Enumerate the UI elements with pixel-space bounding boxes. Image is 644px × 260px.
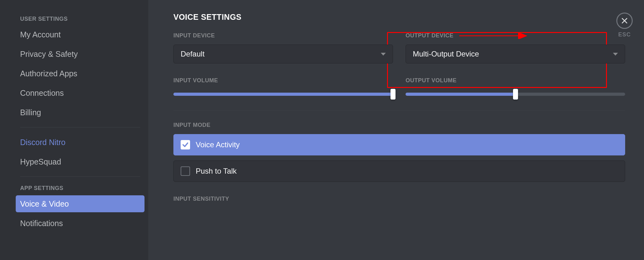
- checkbox-icon: [181, 166, 190, 176]
- sidebar-item-connections[interactable]: Connections: [16, 84, 145, 101]
- sidebar-item-authorized-apps[interactable]: Authorized Apps: [16, 65, 145, 82]
- input-mode-label: INPUT MODE: [173, 122, 625, 128]
- output-device-select[interactable]: Multi-Output Device: [406, 45, 625, 63]
- input-device-value: Default: [181, 50, 205, 58]
- section-divider: [173, 110, 625, 111]
- chevron-down-icon: [613, 53, 618, 56]
- sidebar-divider: [20, 176, 140, 177]
- sidebar-divider: [20, 127, 140, 127]
- chevron-down-icon: [381, 53, 386, 56]
- input-device-label: INPUT DEVICE: [173, 32, 393, 39]
- sidebar-section-user: USER SETTINGS: [16, 13, 145, 25]
- sidebar-item-voice-video[interactable]: Voice & Video: [16, 195, 145, 212]
- main-content: VOICE SETTINGS INPUT DEVICE Default OUTP…: [148, 0, 644, 260]
- checkbox-icon: [181, 140, 190, 149]
- input-volume-label: INPUT VOLUME: [173, 77, 393, 84]
- close-label: ESC: [618, 31, 631, 38]
- input-volume-slider[interactable]: [173, 89, 393, 99]
- sidebar-item-notifications[interactable]: Notifications: [16, 215, 145, 232]
- sidebar-item-my-account[interactable]: My Account: [16, 26, 145, 43]
- close-icon: [616, 13, 633, 29]
- voice-activity-label: Voice Activity: [196, 140, 240, 149]
- output-device-label: OUTPUT DEVICE: [406, 32, 625, 39]
- output-volume-slider[interactable]: [406, 89, 625, 99]
- sidebar-item-nitro[interactable]: Discord Nitro: [16, 134, 145, 151]
- input-mode-voice-activity[interactable]: Voice Activity: [173, 134, 625, 155]
- sidebar-item-hypesquad[interactable]: HypeSquad: [16, 153, 145, 170]
- close-button[interactable]: ESC: [616, 13, 633, 38]
- output-volume-label: OUTPUT VOLUME: [406, 77, 625, 84]
- input-sensitivity-label: INPUT SENSITIVITY: [173, 196, 625, 202]
- page-title: VOICE SETTINGS: [173, 13, 625, 22]
- settings-sidebar: USER SETTINGS My Account Privacy & Safet…: [0, 0, 148, 260]
- output-device-value: Multi-Output Device: [413, 50, 479, 58]
- sidebar-item-privacy[interactable]: Privacy & Safety: [16, 46, 145, 62]
- sidebar-item-billing[interactable]: Billing: [16, 104, 145, 121]
- input-mode-push-to-talk[interactable]: Push to Talk: [173, 160, 625, 182]
- input-device-select[interactable]: Default: [173, 45, 393, 63]
- sidebar-section-app: APP SETTINGS: [16, 182, 145, 194]
- push-to-talk-label: Push to Talk: [196, 167, 237, 176]
